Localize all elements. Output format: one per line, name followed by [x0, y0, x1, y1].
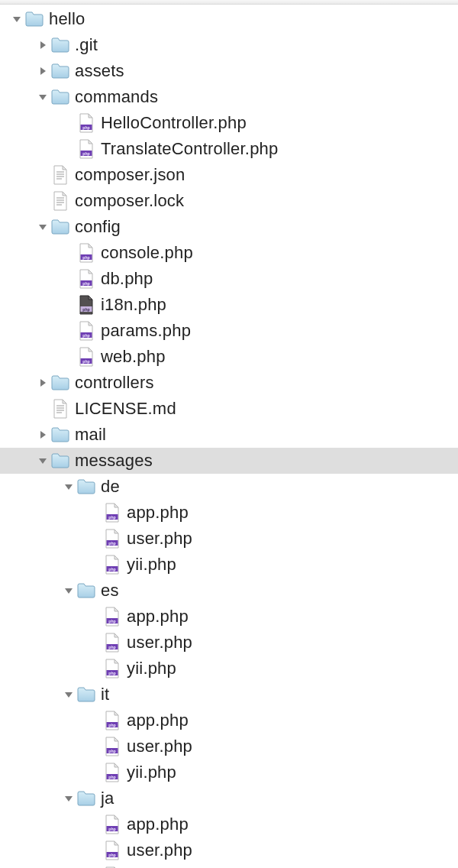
disclosure-triangle-icon[interactable]: [37, 455, 49, 467]
file-params-php[interactable]: phpparams.php: [0, 318, 458, 344]
svg-text:php: php: [82, 333, 90, 338]
folder-mail[interactable]: mail: [0, 422, 458, 448]
svg-text:php: php: [82, 255, 90, 260]
file-ja-yii-php[interactable]: phpyii.php: [0, 863, 458, 868]
disclosure-triangle-icon[interactable]: [11, 13, 23, 25]
php-file-dark-icon: php: [76, 295, 96, 315]
folder-icon: [50, 87, 70, 107]
folder-icon: [50, 425, 70, 445]
folder-commands[interactable]: commands: [0, 84, 458, 110]
file-web-php[interactable]: phpweb.php: [0, 344, 458, 370]
text-file-icon: [50, 165, 70, 185]
tree-item-label: yii.php: [127, 656, 176, 682]
text-file-icon: [50, 191, 70, 211]
php-file-icon: php: [76, 347, 96, 367]
php-file-icon: php: [102, 659, 122, 679]
folder-hello[interactable]: hello: [0, 6, 458, 32]
folder-it[interactable]: it: [0, 682, 458, 708]
file-it-yii-php[interactable]: phpyii.php: [0, 760, 458, 785]
folder-git[interactable]: .git: [0, 32, 458, 58]
folder-icon: [50, 373, 70, 393]
tree-item-label: de: [101, 474, 120, 500]
tree-item-label: yii.php: [127, 552, 176, 578]
file-hellocontroller-php[interactable]: phpHelloController.php: [0, 110, 458, 136]
tree-item-label: params.php: [101, 318, 191, 344]
file-db-php[interactable]: phpdb.php: [0, 266, 458, 292]
tree-item-label: app.php: [127, 500, 189, 526]
folder-assets[interactable]: assets: [0, 58, 458, 84]
folder-icon: [24, 9, 44, 29]
tree-item-label: commands: [75, 84, 158, 110]
file-it-app-php[interactable]: phpapp.php: [0, 708, 458, 734]
tree-item-label: ja: [101, 785, 114, 811]
php-file-icon: php: [102, 503, 122, 523]
disclosure-triangle-icon[interactable]: [37, 429, 49, 441]
folder-controllers[interactable]: controllers: [0, 370, 458, 396]
disclosure-triangle-icon[interactable]: [63, 688, 75, 701]
tree-item-label: composer.lock: [75, 188, 184, 214]
file-license-md[interactable]: LICENSE.md: [0, 396, 458, 422]
disclosure-triangle-icon[interactable]: [37, 91, 49, 103]
folder-icon: [76, 789, 96, 808]
tree-item-label: it: [101, 682, 109, 708]
folder-ja[interactable]: ja: [0, 785, 458, 811]
svg-text:php: php: [108, 645, 116, 649]
folder-icon: [50, 451, 70, 471]
file-console-php[interactable]: phpconsole.php: [0, 240, 458, 266]
folder-de[interactable]: de: [0, 474, 458, 500]
disclosure-triangle-icon[interactable]: [63, 792, 75, 805]
file-de-yii-php[interactable]: phpyii.php: [0, 552, 458, 578]
tree-item-label: composer.json: [75, 162, 185, 188]
svg-text:php: php: [108, 619, 116, 623]
file-ja-app-php[interactable]: phpapp.php: [0, 811, 458, 837]
tree-item-label: messages: [75, 448, 153, 474]
file-es-app-php[interactable]: phpapp.php: [0, 604, 458, 630]
php-file-icon: php: [76, 321, 96, 341]
tree-item-label: console.php: [101, 240, 193, 266]
tree-item-label: TranslateController.php: [101, 136, 278, 162]
tree-item-label: yii.php: [127, 863, 176, 868]
file-de-user-php[interactable]: phpuser.php: [0, 526, 458, 552]
tree-item-label: HelloController.php: [101, 110, 247, 136]
php-file-icon: php: [102, 607, 122, 627]
file-translatecontroller-php[interactable]: phpTranslateController.php: [0, 136, 458, 162]
tree-item-label: app.php: [127, 708, 189, 734]
file-ja-user-php[interactable]: phpuser.php: [0, 837, 458, 863]
file-es-user-php[interactable]: phpuser.php: [0, 630, 458, 656]
folder-es[interactable]: es: [0, 578, 458, 604]
svg-text:php: php: [82, 307, 90, 312]
disclosure-triangle-icon[interactable]: [37, 377, 49, 389]
tree-item-label: LICENSE.md: [75, 396, 176, 422]
tree-item-label: user.php: [127, 630, 192, 656]
tree-item-label: app.php: [127, 604, 189, 630]
svg-text:php: php: [108, 671, 116, 675]
folder-messages[interactable]: messages: [0, 448, 458, 474]
tree-item-label: controllers: [75, 370, 154, 396]
disclosure-triangle-icon[interactable]: [63, 585, 75, 597]
php-file-icon: php: [76, 269, 96, 289]
disclosure-triangle-icon[interactable]: [37, 39, 49, 51]
file-tree[interactable]: hello.gitassetscommandsphpHelloControlle…: [0, 5, 458, 868]
file-composer-json[interactable]: composer.json: [0, 162, 458, 188]
tree-item-label: i18n.php: [101, 292, 166, 318]
svg-text:php: php: [108, 541, 116, 546]
php-file-icon: php: [102, 529, 122, 549]
svg-text:php: php: [108, 853, 116, 857]
php-file-icon: php: [102, 633, 122, 653]
tree-item-label: .git: [75, 32, 98, 58]
file-i18n-php[interactable]: phpi18n.php: [0, 292, 458, 318]
svg-text:php: php: [82, 125, 90, 130]
file-it-user-php[interactable]: phpuser.php: [0, 734, 458, 760]
file-es-yii-php[interactable]: phpyii.php: [0, 656, 458, 682]
tree-item-label: user.php: [127, 526, 192, 552]
folder-config[interactable]: config: [0, 214, 458, 240]
file-de-app-php[interactable]: phpapp.php: [0, 500, 458, 526]
file-composer-lock[interactable]: composer.lock: [0, 188, 458, 214]
disclosure-triangle-icon[interactable]: [63, 481, 75, 493]
php-file-icon: php: [102, 815, 122, 834]
disclosure-triangle-icon[interactable]: [37, 65, 49, 77]
php-file-icon: php: [102, 763, 122, 782]
svg-text:php: php: [108, 723, 116, 727]
tree-item-label: es: [101, 578, 119, 604]
disclosure-triangle-icon[interactable]: [37, 221, 49, 233]
